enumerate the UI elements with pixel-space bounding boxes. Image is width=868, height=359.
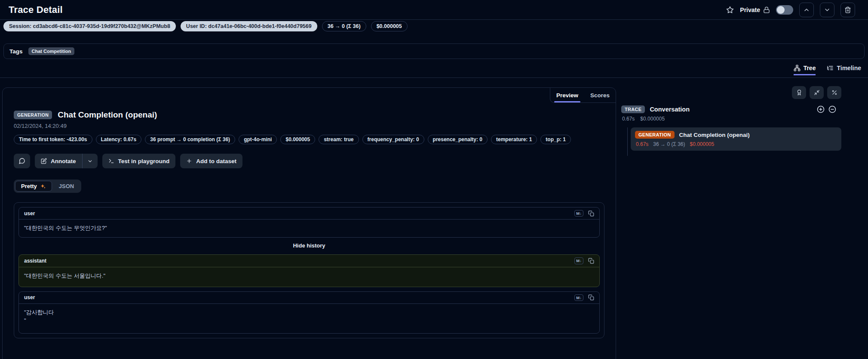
message-content: "대한민국의 수도는 무엇인가요?" — [19, 220, 599, 237]
metric-pill: top_p: 1 — [540, 135, 571, 144]
messages-container: user M↓ "대한민국의 수도는 무엇인가요?" Hide history … — [14, 202, 604, 338]
collapse-tree-button[interactable] — [810, 86, 824, 99]
header-actions: Private — [726, 3, 855, 17]
message-user-1: user M↓ "대한민국의 수도는 무엇인가요?" — [18, 207, 600, 238]
add-to-dataset-label: Add to dataset — [196, 158, 236, 164]
message-role: user — [24, 210, 35, 217]
generation-cost: $0.000005 — [690, 141, 714, 147]
tab-timeline[interactable]: Timeline — [827, 65, 861, 75]
edit-pen-icon — [41, 158, 47, 164]
tab-tree-label: Tree — [804, 65, 816, 71]
chat-bubble-icon — [18, 158, 25, 164]
trace-node[interactable]: TRACE Conversation — [621, 105, 841, 113]
generation-tokens: 36 → 0 (Σ 36) — [653, 141, 685, 147]
sidebar-actions — [621, 86, 841, 99]
tab-pretty[interactable]: Pretty — [15, 181, 52, 192]
test-in-playground-button[interactable]: Test in playground — [102, 154, 176, 168]
total-cost-badge: $0.000005 — [371, 21, 408, 31]
json-label: JSON — [59, 183, 74, 189]
tab-tree[interactable]: Tree — [794, 65, 816, 75]
metric-pill: stream: true — [319, 135, 359, 144]
timeline-list-icon — [827, 65, 834, 71]
metric-pill: 36 prompt → 0 completion (Σ 36) — [145, 135, 235, 144]
copy-icon[interactable] — [588, 258, 594, 264]
tree-indent-line — [627, 127, 628, 156]
collapse-all-icon[interactable] — [828, 105, 836, 113]
previous-trace-button[interactable] — [799, 3, 814, 17]
delete-trace-button[interactable] — [840, 3, 855, 17]
tab-json[interactable]: JSON — [53, 181, 80, 192]
message-header-icons: M↓ — [574, 257, 594, 264]
observation-body: GENERATION Chat Completion (openai) 02/1… — [3, 88, 616, 347]
minimize-icon — [814, 90, 820, 96]
award-icon — [796, 90, 802, 96]
trace-latency: 0.67s — [622, 116, 635, 122]
metric-pill: gpt-4o-mini — [239, 135, 277, 144]
message-user-2: user M↓ "감사합니다 " — [18, 291, 600, 334]
privacy-status: Private — [740, 6, 770, 13]
markdown-toggle-icon[interactable]: M↓ — [574, 210, 583, 217]
tab-preview[interactable]: Preview — [550, 88, 584, 102]
observation-panel: Preview Scores GENERATION Chat Completio… — [2, 87, 616, 359]
comment-button[interactable] — [14, 154, 30, 168]
message-assistant: assistant M↓ "대한민국의 수도는 서울입니다." — [18, 254, 600, 287]
trace-children: GENERATION Chat Completion (openai) 0.67… — [621, 127, 841, 151]
generation-stats: 0.67s 36 → 0 (Σ 36) $0.000005 — [635, 141, 837, 147]
divider — [0, 77, 868, 78]
percent-icon — [831, 90, 837, 96]
lock-icon — [763, 6, 770, 13]
message-header-icons: M↓ — [574, 210, 594, 217]
trace-title: Conversation — [650, 106, 690, 113]
format-toggle: Pretty JSON — [14, 180, 81, 193]
metric-pill: frequency_penalty: 0 — [362, 135, 424, 144]
expand-all-icon[interactable] — [817, 105, 825, 113]
metric-pills: Time to first token: -423.00s Latency: 0… — [14, 135, 590, 144]
tab-timeline-label: Timeline — [837, 65, 861, 71]
terminal-icon — [108, 158, 114, 164]
generation-node-selected[interactable]: GENERATION Chat Completion (openai) 0.67… — [631, 127, 841, 151]
view-mode-tabs: Tree Timeline — [794, 65, 861, 75]
generation-type-badge: GENERATION — [635, 131, 675, 139]
tree-expand-controls — [817, 105, 836, 113]
observation-title: Chat Completion (openai) — [58, 110, 157, 120]
token-usage-badge: 36 → 0 (Σ 36) — [322, 21, 366, 31]
tags-section: Tags Chat Competition — [3, 43, 865, 59]
message-content: "감사합니다 " — [19, 304, 599, 330]
sparkles-icon — [40, 183, 46, 189]
toggle-knob — [777, 6, 785, 14]
trace-detail-page: Trace Detail Private Sessi — [0, 0, 868, 359]
next-trace-button[interactable] — [820, 3, 834, 17]
tab-scores[interactable]: Scores — [584, 88, 616, 102]
tree-network-icon — [794, 65, 801, 71]
message-role: user — [24, 294, 35, 300]
metrics-percent-button[interactable] — [827, 86, 841, 99]
tags-label: Tags — [9, 48, 23, 55]
user-id-badge[interactable]: User ID: dc47a41e-06bc-400d-bde1-f0e440d… — [181, 21, 317, 31]
message-header-icons: M↓ — [574, 294, 594, 301]
add-to-dataset-button[interactable]: Add to dataset — [180, 154, 242, 168]
public-sharing-toggle[interactable] — [776, 5, 793, 15]
session-badge[interactable]: Session: cd3abcd6-c81c-4037-935d-19d9f27… — [3, 21, 176, 31]
message-header: user M↓ — [19, 207, 599, 220]
markdown-toggle-icon[interactable]: M↓ — [574, 294, 583, 301]
page-header: Trace Detail Private — [0, 0, 868, 20]
tag-chip[interactable]: Chat Competition — [28, 47, 75, 55]
observation-actions: Annotate Test in playground Add to datas… — [14, 154, 604, 168]
trace-tree-sidebar: TRACE Conversation 0.67s $0.000005 GENER… — [621, 86, 841, 151]
observation-title-row: GENERATION Chat Completion (openai) — [14, 110, 604, 120]
hide-history-button[interactable]: Hide history — [18, 238, 600, 254]
markdown-toggle-icon[interactable]: M↓ — [574, 257, 583, 264]
trace-stats: 0.67s $0.000005 — [621, 116, 841, 122]
annotate-label: Annotate — [51, 158, 76, 164]
observation-timestamp: 02/12/2024, 14:20:49 — [14, 123, 604, 129]
chevron-down-icon — [87, 158, 93, 164]
copy-icon[interactable] — [588, 210, 594, 217]
trace-meta-badges: Session: cd3abcd6-c81c-4037-935d-19d9f27… — [3, 21, 408, 31]
copy-icon[interactable] — [588, 294, 594, 300]
bookmark-star-icon[interactable] — [726, 6, 734, 14]
generation-latency: 0.67s — [636, 141, 648, 147]
scores-award-button[interactable] — [792, 86, 806, 99]
annotate-button[interactable]: Annotate — [35, 154, 82, 168]
annotate-dropdown-button[interactable] — [83, 154, 98, 168]
annotate-split-button: Annotate — [35, 154, 98, 168]
